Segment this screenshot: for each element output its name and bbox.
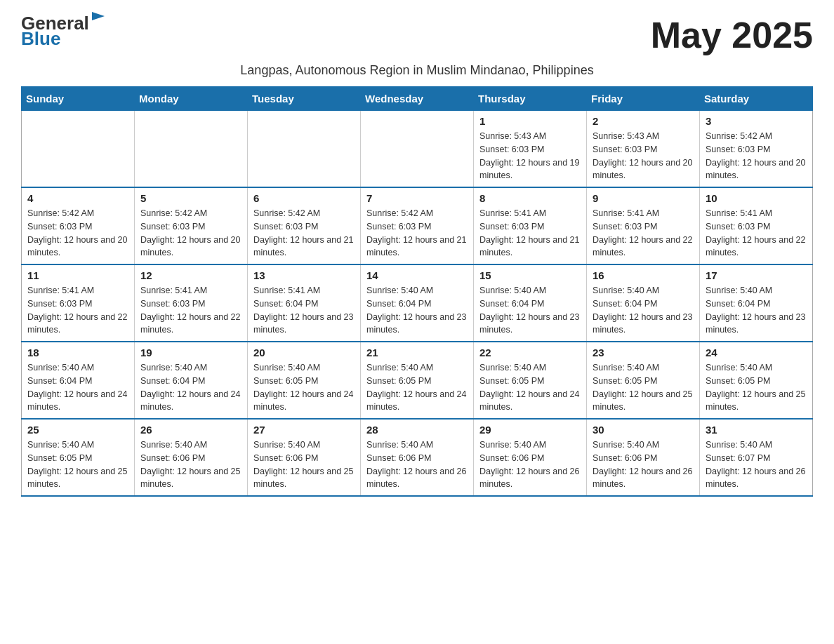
- day-info: Sunrise: 5:41 AMSunset: 6:03 PMDaylight:…: [27, 284, 128, 337]
- day-info: Sunrise: 5:40 AMSunset: 6:06 PMDaylight:…: [140, 438, 241, 491]
- calendar-cell: [22, 111, 135, 188]
- calendar-cell: 4Sunrise: 5:42 AMSunset: 6:03 PMDaylight…: [22, 187, 135, 264]
- day-number: 5: [140, 192, 241, 204]
- calendar-cell: 16Sunrise: 5:40 AMSunset: 6:04 PMDayligh…: [587, 264, 700, 342]
- day-info: Sunrise: 5:40 AMSunset: 6:07 PMDaylight:…: [706, 438, 807, 491]
- day-info: Sunrise: 5:40 AMSunset: 6:06 PMDaylight:…: [366, 438, 468, 491]
- day-info: Sunrise: 5:42 AMSunset: 6:03 PMDaylight:…: [706, 130, 807, 182]
- calendar-cell: 19Sunrise: 5:40 AMSunset: 6:04 PMDayligh…: [135, 342, 248, 419]
- day-number: 19: [140, 347, 241, 358]
- header-thursday: Thursday: [474, 87, 587, 111]
- calendar-cell: 30Sunrise: 5:40 AMSunset: 6:06 PMDayligh…: [587, 419, 700, 496]
- day-info: Sunrise: 5:40 AMSunset: 6:05 PMDaylight:…: [27, 438, 128, 491]
- calendar-cell: 29Sunrise: 5:40 AMSunset: 6:06 PMDayligh…: [474, 419, 587, 496]
- day-number: 24: [706, 347, 807, 358]
- day-number: 18: [27, 347, 128, 358]
- day-info: Sunrise: 5:41 AMSunset: 6:03 PMDaylight:…: [706, 207, 807, 260]
- calendar-cell: 9Sunrise: 5:41 AMSunset: 6:03 PMDaylight…: [587, 187, 700, 264]
- day-number: 14: [366, 269, 468, 281]
- week-row-5: 25Sunrise: 5:40 AMSunset: 6:05 PMDayligh…: [22, 419, 813, 496]
- day-number: 23: [593, 347, 694, 358]
- calendar-cell: 1Sunrise: 5:43 AMSunset: 6:03 PMDaylight…: [474, 111, 587, 188]
- calendar-cell: 22Sunrise: 5:40 AMSunset: 6:05 PMDayligh…: [474, 342, 587, 419]
- day-number: 15: [479, 269, 581, 281]
- day-number: 11: [27, 269, 128, 281]
- day-number: 30: [593, 424, 694, 436]
- day-number: 8: [479, 192, 581, 204]
- calendar-cell: 31Sunrise: 5:40 AMSunset: 6:07 PMDayligh…: [700, 419, 813, 496]
- calendar-cell: 18Sunrise: 5:40 AMSunset: 6:04 PMDayligh…: [22, 342, 135, 419]
- logo-blue: Blue: [21, 29, 106, 48]
- day-number: 29: [479, 424, 581, 436]
- week-row-2: 4Sunrise: 5:42 AMSunset: 6:03 PMDaylight…: [22, 187, 813, 264]
- day-number: 13: [253, 269, 355, 281]
- header-tuesday: Tuesday: [248, 87, 361, 111]
- calendar-cell: 21Sunrise: 5:40 AMSunset: 6:05 PMDayligh…: [361, 342, 474, 419]
- day-number: 7: [366, 192, 468, 204]
- calendar-table: SundayMondayTuesdayWednesdayThursdayFrid…: [21, 86, 813, 497]
- header-saturday: Saturday: [700, 87, 813, 111]
- logo-flag-icon: [91, 11, 106, 26]
- day-info: Sunrise: 5:40 AMSunset: 6:04 PMDaylight:…: [706, 284, 807, 337]
- day-info: Sunrise: 5:42 AMSunset: 6:03 PMDaylight:…: [140, 207, 241, 260]
- day-number: 17: [706, 269, 807, 281]
- svg-marker-0: [92, 12, 105, 20]
- day-number: 27: [253, 424, 355, 436]
- day-info: Sunrise: 5:41 AMSunset: 6:03 PMDaylight:…: [479, 207, 581, 260]
- day-info: Sunrise: 5:41 AMSunset: 6:04 PMDaylight:…: [253, 284, 355, 337]
- day-number: 25: [27, 424, 128, 436]
- day-number: 4: [27, 192, 128, 204]
- calendar-cell: 3Sunrise: 5:42 AMSunset: 6:03 PMDaylight…: [700, 111, 813, 188]
- day-number: 3: [706, 115, 807, 127]
- day-number: 28: [366, 424, 468, 436]
- day-info: Sunrise: 5:40 AMSunset: 6:04 PMDaylight:…: [593, 284, 694, 337]
- day-number: 16: [593, 269, 694, 281]
- calendar-cell: 10Sunrise: 5:41 AMSunset: 6:03 PMDayligh…: [700, 187, 813, 264]
- day-info: Sunrise: 5:43 AMSunset: 6:03 PMDaylight:…: [593, 130, 694, 182]
- day-info: Sunrise: 5:40 AMSunset: 6:05 PMDaylight:…: [706, 361, 807, 414]
- page-subtitle: Langpas, Autonomous Region in Muslim Min…: [21, 63, 813, 78]
- calendar-cell: [248, 111, 361, 188]
- calendar-cell: 7Sunrise: 5:42 AMSunset: 6:03 PMDaylight…: [361, 187, 474, 264]
- page-header: General Blue May 2025: [21, 14, 813, 56]
- day-info: Sunrise: 5:40 AMSunset: 6:05 PMDaylight:…: [479, 361, 581, 414]
- day-info: Sunrise: 5:40 AMSunset: 6:04 PMDaylight:…: [27, 361, 128, 414]
- day-info: Sunrise: 5:40 AMSunset: 6:06 PMDaylight:…: [593, 438, 694, 491]
- header-monday: Monday: [135, 87, 248, 111]
- day-number: 26: [140, 424, 241, 436]
- header-friday: Friday: [587, 87, 700, 111]
- calendar-cell: 26Sunrise: 5:40 AMSunset: 6:06 PMDayligh…: [135, 419, 248, 496]
- calendar-cell: 28Sunrise: 5:40 AMSunset: 6:06 PMDayligh…: [361, 419, 474, 496]
- day-number: 22: [479, 347, 581, 358]
- day-number: 9: [593, 192, 694, 204]
- header-wednesday: Wednesday: [361, 87, 474, 111]
- week-row-4: 18Sunrise: 5:40 AMSunset: 6:04 PMDayligh…: [22, 342, 813, 419]
- day-number: 31: [706, 424, 807, 436]
- day-number: 2: [593, 115, 694, 127]
- day-info: Sunrise: 5:40 AMSunset: 6:04 PMDaylight:…: [366, 284, 468, 337]
- day-number: 21: [366, 347, 468, 358]
- day-number: 12: [140, 269, 241, 281]
- calendar-cell: 25Sunrise: 5:40 AMSunset: 6:05 PMDayligh…: [22, 419, 135, 496]
- calendar-cell: 24Sunrise: 5:40 AMSunset: 6:05 PMDayligh…: [700, 342, 813, 419]
- day-info: Sunrise: 5:40 AMSunset: 6:04 PMDaylight:…: [479, 284, 581, 337]
- header-row: SundayMondayTuesdayWednesdayThursdayFrid…: [22, 87, 813, 111]
- day-info: Sunrise: 5:42 AMSunset: 6:03 PMDaylight:…: [27, 207, 128, 260]
- header-sunday: Sunday: [22, 87, 135, 111]
- day-info: Sunrise: 5:42 AMSunset: 6:03 PMDaylight:…: [366, 207, 468, 260]
- calendar-cell: 8Sunrise: 5:41 AMSunset: 6:03 PMDaylight…: [474, 187, 587, 264]
- calendar-cell: 12Sunrise: 5:41 AMSunset: 6:03 PMDayligh…: [135, 264, 248, 342]
- day-info: Sunrise: 5:40 AMSunset: 6:04 PMDaylight:…: [140, 361, 241, 414]
- day-info: Sunrise: 5:40 AMSunset: 6:05 PMDaylight:…: [253, 361, 355, 414]
- calendar-cell: 6Sunrise: 5:42 AMSunset: 6:03 PMDaylight…: [248, 187, 361, 264]
- calendar-cell: 23Sunrise: 5:40 AMSunset: 6:05 PMDayligh…: [587, 342, 700, 419]
- calendar-body: 1Sunrise: 5:43 AMSunset: 6:03 PMDaylight…: [22, 111, 813, 497]
- day-info: Sunrise: 5:40 AMSunset: 6:05 PMDaylight:…: [366, 361, 468, 414]
- calendar-cell: 5Sunrise: 5:42 AMSunset: 6:03 PMDaylight…: [135, 187, 248, 264]
- calendar-cell: 11Sunrise: 5:41 AMSunset: 6:03 PMDayligh…: [22, 264, 135, 342]
- calendar-cell: 13Sunrise: 5:41 AMSunset: 6:04 PMDayligh…: [248, 264, 361, 342]
- day-info: Sunrise: 5:40 AMSunset: 6:06 PMDaylight:…: [479, 438, 581, 491]
- calendar-cell: 20Sunrise: 5:40 AMSunset: 6:05 PMDayligh…: [248, 342, 361, 419]
- calendar-cell: 15Sunrise: 5:40 AMSunset: 6:04 PMDayligh…: [474, 264, 587, 342]
- calendar-cell: 17Sunrise: 5:40 AMSunset: 6:04 PMDayligh…: [700, 264, 813, 342]
